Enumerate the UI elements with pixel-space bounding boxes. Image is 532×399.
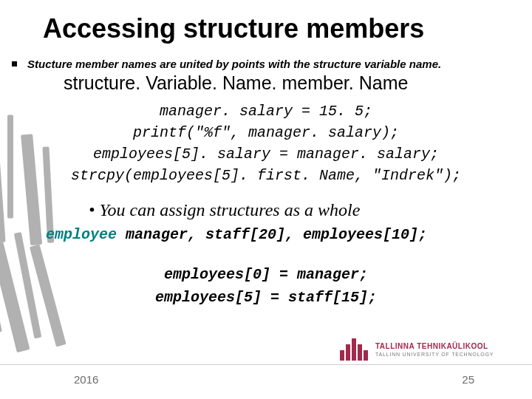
slide-title: Accessing structure members xyxy=(43,13,424,44)
logo-bars-icon xyxy=(340,338,369,361)
footer-year: 2016 xyxy=(74,373,98,386)
code-line: employees[0] = manager; xyxy=(0,263,532,286)
bullet-text: Stucture member names are united by poin… xyxy=(27,58,441,70)
member-access-syntax: structure. Variable. Name. member. Name xyxy=(64,72,408,94)
type-keyword: employee xyxy=(46,226,117,243)
logo-text-secondary: TALLINN UNIVERSITY OF TECHNOLOGY xyxy=(375,352,494,357)
logo-text-primary: TALLINNA TEHNIKAÜLIKOOL xyxy=(375,343,494,350)
code-line: printf("%f", manager. salary); xyxy=(0,122,532,143)
code-line: strcpy(employees[5]. first. Name, "Indre… xyxy=(0,165,532,186)
code-example-2: employees[0] = manager; employees[5] = s… xyxy=(0,263,532,309)
footer-divider xyxy=(0,364,532,365)
footer-page-number: 25 xyxy=(462,373,474,386)
code-line: employees[5] = staff[15]; xyxy=(0,286,532,309)
code-example-1: manager. salary = 15. 5; printf("%f", ma… xyxy=(0,100,532,186)
main-bullet: Stucture member names are united by poin… xyxy=(12,58,528,70)
sub-bullet: • You can assign structures as a whole xyxy=(89,200,360,220)
bullet-square-icon xyxy=(12,61,17,66)
declaration-rest: manager, staff[20], employees[10]; xyxy=(117,226,427,243)
code-line: employees[5]. salary = manager. salary; xyxy=(0,143,532,165)
declaration-line: employee manager, staff[20], employees[1… xyxy=(46,226,427,243)
logo-text: TALLINNA TEHNIKAÜLIKOOL TALLINN UNIVERSI… xyxy=(375,343,494,357)
code-line: manager. salary = 15. 5; xyxy=(0,100,532,122)
university-logo: TALLINNA TEHNIKAÜLIKOOL TALLINN UNIVERSI… xyxy=(340,337,510,362)
